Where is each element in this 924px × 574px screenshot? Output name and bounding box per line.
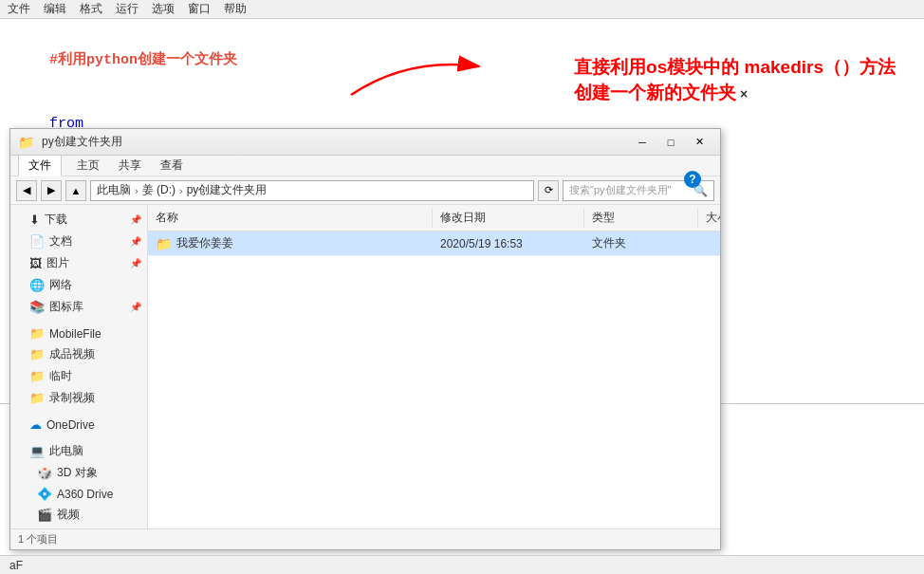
file-list: 名称 修改日期 类型 大小 📁 我爱你姜姜 2020/5/19 16:53 文件… [148,205,720,528]
status-text: 1 个项目 [18,532,58,546]
path-part-1: 此电脑 [97,182,131,198]
col-date[interactable]: 修改日期 [433,208,584,228]
documents-icon: 📄 [29,234,45,249]
network-icon: 🌐 [29,278,45,292]
maximize-button[interactable]: □ [657,133,684,152]
file-type-cell: 文件夹 [584,231,698,255]
tab-share[interactable]: 共享 [115,157,145,175]
folder-icon: 📁 [156,236,172,251]
temp-icon: 📁 [29,369,45,383]
menu-edit[interactable]: 编辑 [44,1,66,17]
close-button[interactable]: ✕ [686,133,712,152]
sidebar-item-onedrive[interactable]: ☁ OneDrive [10,415,147,435]
sidebar-item-a360[interactable]: 💠 A360 Drive [10,484,147,504]
help-icon[interactable]: ? [684,171,701,188]
explorer-window: 📁 py创建文件夹用 ─ □ ✕ 文件 主页 共享 查看 ◀ ▶ ▲ 此电脑 ›… [9,128,721,550]
pictures-icon: 🖼 [29,256,42,270]
col-type[interactable]: 类型 [584,208,698,228]
sidebar-item-download[interactable]: ⬇ 下载 📌 [10,209,147,231]
sidebar-item-thispc[interactable]: 💻 此电脑 [10,440,147,462]
window-title: py创建文件夹用 [42,134,122,150]
tab-file[interactable]: 文件 [18,155,62,176]
folder-title-icon: 📁 [18,135,34,150]
menu-file[interactable]: 文件 [8,1,30,17]
up-button[interactable]: ▲ [65,180,86,201]
menu-format[interactable]: 格式 [80,1,102,17]
mobilefile-icon: 📁 [29,326,45,341]
status-af: aF [9,559,23,572]
menu-run[interactable]: 运行 [116,1,139,17]
path-part-3: py创建文件夹用 [187,182,268,198]
sidebar-item-iconlib[interactable]: 📚 图标库 📌 [10,296,147,318]
col-name[interactable]: 名称 [148,208,433,228]
refresh-button[interactable]: ⟳ [538,180,559,201]
onedrive-icon: ☁ [29,417,42,432]
sidebar-item-documents[interactable]: 📄 文档 📌 [10,231,147,252]
path-part-2: 姜 (D:) [142,182,176,198]
a360-icon: 💠 [37,487,52,501]
sidebar-item-temp[interactable]: 📁 临时 [10,365,147,387]
videos-icon: 🎬 [37,508,52,522]
sidebar-item-rec-video[interactable]: 📁 录制视频 [10,387,147,409]
back-button[interactable]: ◀ [16,180,37,201]
menu-help[interactable]: 帮助 [224,1,247,17]
search-placeholder: 搜索"py创建文件夹用" [569,183,671,197]
sidebar-item-network[interactable]: 🌐 网络 [10,274,147,296]
file-size-cell [698,231,720,255]
sidebar-item-videos[interactable]: 🎬 视频 [10,504,147,526]
file-date-cell: 2020/5/19 16:53 [433,231,584,255]
col-size[interactable]: 大小 [698,208,720,228]
annotation-text: 直接利用os模块中的 makedirs（）方法 创建一个新的文件夹× [574,55,896,105]
minimize-button[interactable]: ─ [629,133,656,152]
tab-view[interactable]: 查看 [157,157,187,175]
address-path[interactable]: 此电脑 › 姜 (D:) › py创建文件夹用 [90,180,534,201]
sidebar-item-3dobjects[interactable]: 🎲 3D 对象 [10,462,147,484]
address-bar: ◀ ▶ ▲ 此电脑 › 姜 (D:) › py创建文件夹用 ⟳ 搜索"py创建文… [10,176,720,205]
tab-home[interactable]: 主页 [73,157,103,175]
explorer-menubar: 文件 主页 共享 查看 [10,156,720,176]
rec-video-icon: 📁 [29,391,45,405]
editor-menubar: 文件 编辑 格式 运行 选项 窗口 帮助 [0,0,924,19]
window-controls: ─ □ ✕ [629,133,712,152]
menu-options[interactable]: 选项 [152,1,175,17]
download-icon: ⬇ [29,213,40,227]
title-bar-left: 📁 py创建文件夹用 [18,134,122,150]
iconlib-icon: 📚 [29,300,45,314]
file-list-header: 名称 修改日期 类型 大小 [148,205,720,231]
file-name-cell: 📁 我爱你姜姜 [148,231,433,255]
status-bar: 1 个项目 [10,528,720,549]
main-content: ⬇ 下载 📌 📄 文档 📌 🖼 图片 📌 🌐 网络 📚 图标库 � [10,205,720,528]
3d-icon: 🎲 [37,466,52,480]
menu-window[interactable]: 窗口 [188,1,211,17]
sidebar-item-pictures[interactable]: 🖼 图片 📌 [10,252,147,274]
sidebar-item-finished-video[interactable]: 📁 成品视频 [10,343,147,365]
sidebar-item-mobilefile[interactable]: 📁 MobileFile [10,324,147,343]
finished-video-icon: 📁 [29,347,45,361]
title-bar: 📁 py创建文件夹用 ─ □ ✕ [10,129,720,156]
annotation-close[interactable]: × [740,86,748,102]
thispc-icon: 💻 [29,444,45,458]
forward-button[interactable]: ▶ [41,180,62,201]
app-status-bar: aF [0,555,924,574]
sidebar: ⬇ 下载 📌 📄 文档 📌 🖼 图片 📌 🌐 网络 📚 图标库 � [10,205,148,528]
table-row[interactable]: 📁 我爱你姜姜 2020/5/19 16:53 文件夹 [148,231,720,256]
